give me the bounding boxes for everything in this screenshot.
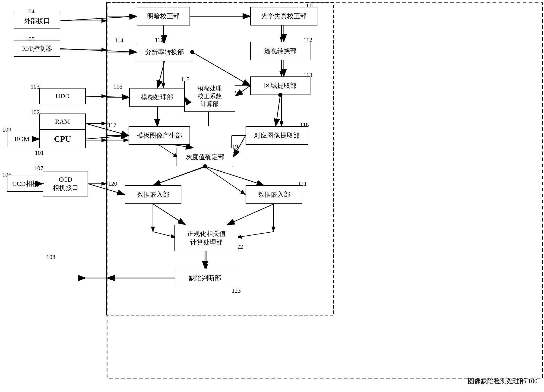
box-zhengguihua: 正规化相关值计算处理部 [174,225,238,251]
box-waibujiekou: 外部接口 [14,13,60,29]
box-guangxue: 光学失真校正部 [250,7,317,25]
svg-line-32 [236,232,273,238]
label-117: 117 [108,122,117,129]
label-110: 110 [155,37,164,44]
label-107: 107 [34,165,43,172]
box-quexian: 缺陷判断部 [175,269,235,287]
box-muban: 模板图像产生部 [129,126,190,145]
label-103: 103 [31,83,40,90]
box-toushi: 透视转换部 [250,42,310,60]
box-duiying: 对应图像提取部 [246,126,308,145]
box-data-embed1: 数据嵌入部 [125,185,181,204]
box-huidu: 灰度值确定部 [177,148,233,166]
box-ram: RAM [39,113,86,130]
box-iot: IOT控制器 [14,41,60,57]
box-mohu-process: 模糊处理部 [129,88,185,107]
box-quyu: 区域提取部 [250,77,310,95]
box-ccd-camera: CCD相机 [7,176,44,192]
svg-line-28 [205,167,246,195]
diagram: 104 105 103 102 109 101 106 107 108 110 … [0,0,544,392]
label-120: 120 [108,180,117,187]
corner-label: 图像缺陷检测处理部 100 [468,377,538,386]
label-108: 108 [46,254,55,261]
box-cpu: CPU [39,130,86,148]
label-102: 102 [31,109,40,116]
svg-line-31 [153,232,176,238]
box-minganjiao: 明暗校正部 [137,7,190,25]
svg-line-27 [153,167,205,185]
box-mohu-jisuan: 模糊处理校正系数计算部 [184,81,235,112]
box-rom: ROM [7,131,37,147]
box-hdd: HDD [39,88,86,104]
box-data-embed2: 数据嵌入部 [246,185,302,204]
label-123: 123 [232,287,241,294]
label-114: 114 [115,37,124,44]
label-101: 101 [35,149,44,156]
svg-line-23 [159,145,178,158]
box-ccd-interface: CCD相机接口 [43,171,88,196]
label-116: 116 [113,83,122,90]
box-fenbianlv: 分辨率转换部 [137,43,192,61]
